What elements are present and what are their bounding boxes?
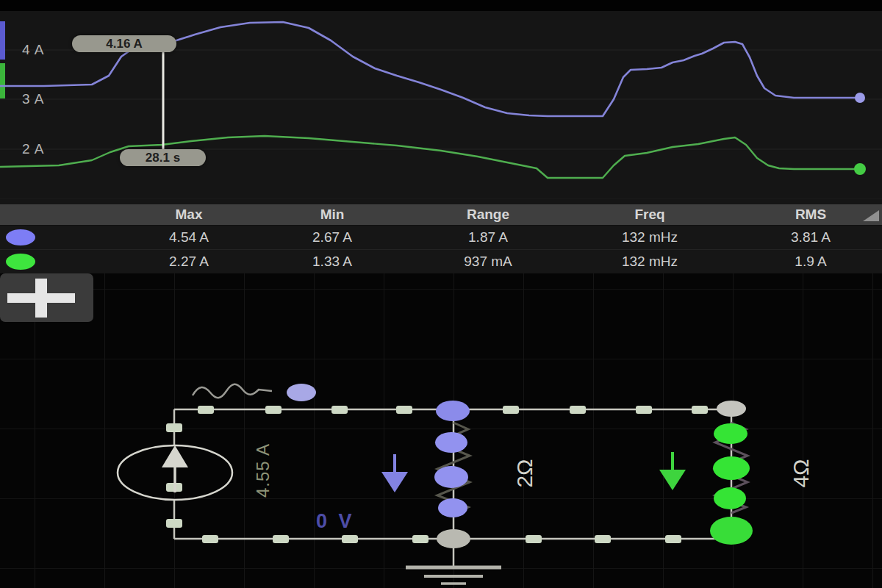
header-rms: RMS — [795, 207, 826, 223]
cursor-value-pill[interactable]: 4.16 A — [72, 35, 176, 52]
resistor2-value-label: 4Ω — [789, 459, 813, 487]
table-row-blue[interactable]: 4.54 A 2.67 A 1.87 A 132 mHz 3.81 A — [0, 226, 882, 250]
measurement-table-header: Max Min Range Freq RMS — [0, 204, 882, 226]
collapse-triangle-icon[interactable] — [863, 210, 879, 221]
scope-panel[interactable]: 4 A 3 A 2 A 4.16 A 28.1 s — [0, 11, 882, 204]
add-element-button[interactable] — [0, 273, 93, 322]
header-range: Range — [467, 207, 509, 223]
cursor-time-pill[interactable]: 28.1 s — [120, 149, 206, 166]
blue-trace-dot-icon[interactable] — [6, 229, 35, 245]
circuit-schematic: 4.55 A 0 V 2Ω 4Ω — [0, 273, 882, 588]
green-range: 937 mA — [464, 254, 512, 270]
trace-green-end-dot — [854, 163, 866, 175]
probe-dot[interactable] — [287, 384, 316, 401]
green-trace-dot-icon[interactable] — [6, 254, 35, 270]
charge-blobs-blue — [434, 432, 468, 517]
circuit-simulator-app: 4 A 3 A 2 A 4.16 A 28.1 s Max Min Range … — [0, 0, 882, 588]
header-freq: Freq — [634, 207, 664, 223]
green-min: 1.33 A — [312, 254, 352, 270]
header-max: Max — [176, 207, 203, 223]
node-dot-ground[interactable] — [437, 529, 470, 548]
trace2-color-bar[interactable] — [0, 63, 5, 98]
blue-freq: 132 mHz — [622, 229, 678, 245]
plus-icon — [35, 279, 47, 318]
y-tick-3a: 3 A — [22, 91, 66, 107]
current-arrow-blue-icon — [381, 454, 408, 492]
current-arrow-green-icon — [659, 452, 686, 490]
source-current-label: 4.55 A — [253, 443, 273, 498]
charge-blobs-green — [713, 423, 750, 509]
node-dot-green-large[interactable] — [710, 517, 753, 545]
current-source[interactable] — [118, 445, 232, 500]
trace1-color-bar[interactable] — [0, 21, 5, 60]
blue-rms: 3.81 A — [791, 229, 831, 245]
top-strip — [0, 0, 882, 11]
source-arrow-head-icon — [162, 445, 188, 467]
green-max: 2.27 A — [169, 254, 209, 270]
y-tick-2a: 2 A — [22, 141, 66, 157]
probe-wire-squiggle[interactable] — [193, 384, 272, 398]
blue-max: 4.54 A — [169, 229, 209, 245]
trace-blue-end-dot — [855, 93, 865, 103]
circuit-canvas[interactable]: 4.55 A 0 V 2Ω 4Ω — [0, 273, 882, 588]
node-dot-blue[interactable] — [436, 401, 470, 421]
y-tick-4a: 4 A — [22, 42, 66, 58]
node-dot-gray[interactable] — [717, 401, 746, 417]
table-row-green[interactable]: 2.27 A 1.33 A 937 mA 132 mHz 1.9 A — [0, 250, 882, 274]
ground-voltage-label: 0 V — [316, 510, 355, 532]
blue-range: 1.87 A — [468, 229, 508, 245]
green-freq: 132 mHz — [622, 254, 678, 270]
ground-icon[interactable] — [406, 567, 501, 584]
green-rms: 1.9 A — [795, 254, 826, 270]
measurement-table: Max Min Range Freq RMS 4.54 A 2.67 A 1.8… — [0, 204, 882, 273]
resistor1-value-label: 2Ω — [512, 459, 537, 487]
blue-min: 2.67 A — [312, 229, 352, 245]
header-min: Min — [320, 207, 345, 223]
